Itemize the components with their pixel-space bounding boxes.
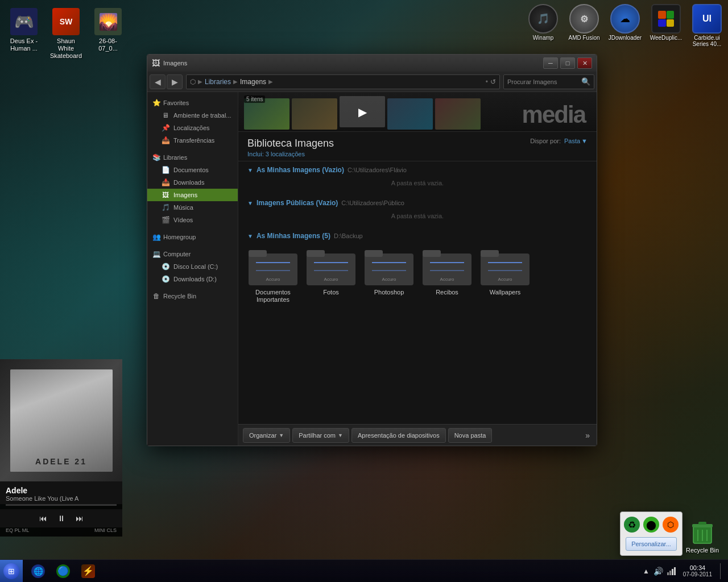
disco-local-icon: 💿	[161, 262, 170, 271]
section-header-backup[interactable]: ▼ As Minhas Imagens (5) D:\Backup	[247, 232, 588, 240]
pause-button[interactable]: ⏸	[55, 513, 68, 524]
album-art: ADELE 21	[0, 359, 122, 481]
organizar-button[interactable]: Organizar ▼	[243, 428, 290, 443]
partilhar-button[interactable]: Partilhar com ▼	[292, 428, 349, 443]
popup-icon-lime[interactable]: ⬤	[643, 517, 659, 533]
breadcrumb-sep-2: ▶	[233, 78, 238, 85]
favorites-header-label: Favorites	[163, 99, 189, 106]
tray-app-carbide[interactable]: UI Carbide.uiSeries 40...	[689, 3, 725, 48]
progress-bar[interactable]	[6, 504, 117, 506]
tray-app-amd[interactable]: ⚙ AMD Fusion	[566, 3, 602, 42]
breadcrumb-sep-1: ▶	[198, 78, 202, 85]
tray-app-label-amd: AMD Fusion	[568, 35, 599, 41]
svg-text:Accuro: Accuro	[440, 277, 454, 282]
sidebar-item-downloads-d[interactable]: 💿 Downloads (D:)	[147, 273, 238, 285]
sidebar-item-documentos[interactable]: 📄 Documentos	[147, 164, 238, 176]
partilhar-arrow: ▼	[338, 433, 343, 438]
documentos-icon: 📄	[161, 165, 170, 174]
close-button[interactable]: ✕	[577, 57, 592, 69]
library-subtitle-value[interactable]: 3 localizações	[266, 151, 305, 157]
player-labels-left: EQ PL ML	[6, 527, 29, 533]
sidebar-item-videos[interactable]: 🎬 Vídeos	[147, 214, 238, 226]
next-button[interactable]: ⏭	[73, 513, 86, 524]
sidebar-header-homegroup[interactable]: 👥 Homegroup	[147, 231, 238, 243]
sidebar-item-ambiente[interactable]: 🖥 Ambiente de trabal...	[147, 109, 238, 122]
start-button[interactable]: ⊞	[0, 560, 23, 583]
play-icon: ▶	[358, 105, 367, 119]
sidebar-header-libraries[interactable]: 📚 Libraries	[147, 151, 238, 164]
popup-icon-orange[interactable]: ⬡	[663, 517, 679, 533]
tray-app-weedupl[interactable]: WeeDuplic...	[648, 3, 684, 42]
sidebar-item-transferencias[interactable]: 📥 Transferências	[147, 134, 238, 147]
search-box[interactable]: Procurar Imagens 🔍	[503, 74, 594, 89]
folder-icon-fotos: Accuro	[305, 246, 357, 286]
minimize-button[interactable]: ─	[543, 57, 558, 69]
folder-label-documentos: DocumentosImportantes	[255, 289, 291, 304]
nova-pasta-button[interactable]: Nova pasta	[448, 428, 493, 443]
tray-expand-icon[interactable]: ▲	[641, 566, 651, 576]
sidebar-section-libraries: 📚 Libraries 📄 Documentos 📥 Downloads 🖼 I…	[147, 151, 238, 226]
sort-value[interactable]: Pasta ▼	[564, 138, 588, 144]
homegroup-icon: 👥	[152, 232, 161, 242]
search-icon[interactable]: 🔍	[581, 77, 590, 86]
taskbar-item-orb[interactable]: 🔵	[51, 562, 75, 581]
sidebar-item-localizacoes[interactable]: 📌 Localizações	[147, 122, 238, 134]
section-header-public-images[interactable]: ▼ Imagens Públicas (Vazio) C:\Utilizador…	[247, 199, 588, 207]
sidebar-item-musica[interactable]: 🎵 Música	[147, 201, 238, 214]
sidebar-header-favorites[interactable]: ⭐ Favorites	[147, 97, 238, 109]
sidebar-header-recycle[interactable]: 🗑 Recycle Bin	[147, 290, 238, 302]
tray-app-jdownloader[interactable]: ☁ JDownloader	[607, 3, 643, 42]
refresh-indicator[interactable]: •	[486, 78, 488, 86]
svg-rect-34	[674, 567, 676, 575]
folder-recibos[interactable]: Accuro Recibos	[421, 246, 473, 304]
taskbar-item-browser[interactable]: 🌐	[26, 562, 50, 581]
forward-button[interactable]: ▶	[167, 74, 183, 89]
preview-thumb-2[interactable]	[292, 98, 337, 130]
sidebar-header-computer[interactable]: 💻 Computer	[147, 248, 238, 260]
preview-thumb-4[interactable]	[435, 98, 481, 130]
folder-documentos[interactable]: Accuro DocumentosImportantes	[247, 246, 299, 304]
sidebar-item-disco-local[interactable]: 💿 Disco Local (C:)	[147, 260, 238, 273]
sidebar-label-documentos: Documentos	[173, 167, 209, 173]
folder-wallpapers[interactable]: Accuro Wallpapers	[479, 246, 531, 304]
folder-photoshop[interactable]: Accuro Photoshop	[363, 246, 415, 304]
sidebar-section-computer: 💻 Computer 💿 Disco Local (C:) 💿 Download…	[147, 248, 238, 285]
popup-orange-icon: ⬡	[667, 520, 674, 529]
tray-network-icon[interactable]	[666, 566, 676, 576]
tray-date: 07-09-2011	[683, 571, 712, 577]
back-button[interactable]: ◀	[150, 74, 166, 89]
sidebar-item-downloads[interactable]: 📥 Downloads	[147, 176, 238, 189]
recycle-bin-desktop-icon[interactable]: Recycle Bin	[682, 518, 722, 554]
sidebar-item-imagens[interactable]: 🖼 Imagens	[147, 189, 238, 201]
tray-show-desktop[interactable]	[720, 563, 723, 579]
svg-rect-31	[667, 572, 669, 575]
prev-button[interactable]: ⏮	[37, 513, 49, 524]
desktop-icon-image[interactable]: 🌄 26-08-07_0...	[90, 6, 126, 63]
window-controls: ─ □ ✕	[543, 57, 592, 69]
tray-app-winamp[interactable]: 🎵 Winamp	[525, 3, 561, 42]
tray-volume-icon[interactable]: 🔊	[653, 566, 664, 576]
folder-fotos[interactable]: Accuro Fotos	[305, 246, 357, 304]
desktop-icon-shaun-white[interactable]: SW Shaun WhiteSkateboard	[48, 6, 84, 63]
desktop-icons-top-left: 🎮 Deus Ex - Human ... SW Shaun WhiteSkat…	[6, 6, 126, 63]
tray-clock[interactable]: 00:34 07-09-2011	[679, 564, 717, 577]
preview-thumb-video[interactable]: ▶	[340, 96, 385, 127]
sidebar-label-videos: Vídeos	[173, 217, 193, 223]
popup-icon-green[interactable]: ♻	[624, 517, 640, 533]
preview-thumb-3[interactable]	[387, 98, 433, 130]
favorites-group-icon: ⭐	[152, 98, 161, 107]
desktop-icon-deus-ex[interactable]: 🎮 Deus Ex - Human ...	[6, 6, 42, 63]
taskbar-item-flash[interactable]: ⚡	[76, 562, 100, 581]
apresentacao-button[interactable]: Apresentação de diapositivos	[351, 428, 446, 443]
section-header-my-images-empty[interactable]: ▼ As Minhas Imagens (Vazio) C:\Utilizado…	[247, 166, 588, 174]
toolbar-more-button[interactable]: »	[583, 431, 592, 440]
refresh-button[interactable]: ↺	[490, 78, 496, 86]
maximize-button[interactable]: □	[560, 57, 575, 69]
sidebar-section-homegroup: 👥 Homegroup	[147, 231, 238, 243]
player-labels-right: MINI CLS	[94, 527, 117, 533]
preview-thumb-1[interactable]	[244, 98, 289, 130]
personalizar-button[interactable]: Personalizar...	[626, 537, 677, 551]
breadcrumb-libraries[interactable]: Libraries	[205, 78, 231, 86]
sidebar-section-favorites: ⭐ Favorites 🖥 Ambiente de trabal... 📌 Lo…	[147, 97, 238, 147]
bottom-toolbar: Organizar ▼ Partilhar com ▼ Apresentação…	[238, 424, 597, 446]
